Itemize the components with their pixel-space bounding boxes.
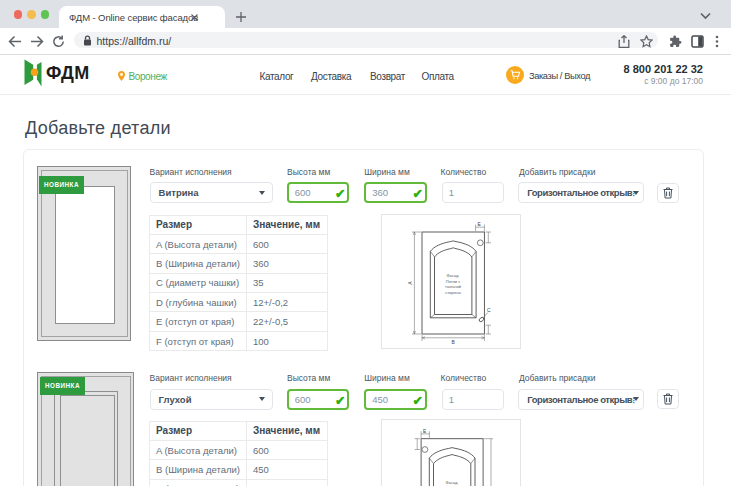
svg-text:стороны: стороны <box>445 290 461 295</box>
svg-text:A: A <box>407 281 413 285</box>
svg-text:E: E <box>423 427 427 433</box>
svg-text:Фасад.: Фасад. <box>447 273 460 278</box>
svg-text:Фасад.: Фасад. <box>446 479 459 484</box>
svg-text:тыльной: тыльной <box>445 284 461 289</box>
svg-text:C: C <box>487 307 491 313</box>
svg-text:E: E <box>478 221 482 227</box>
svg-text:Петли с: Петли с <box>446 279 460 284</box>
svg-text:B: B <box>452 339 456 345</box>
